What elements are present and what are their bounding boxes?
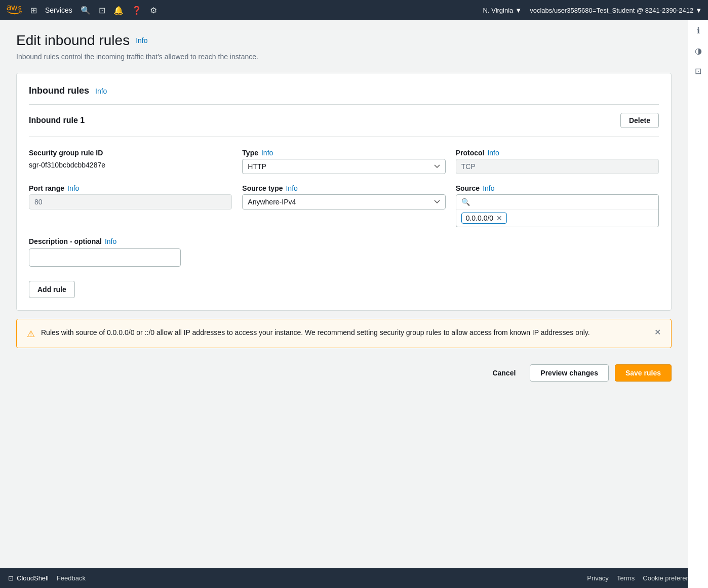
source-type-info-link[interactable]: Info [286,184,297,192]
terminal-sidebar-icon[interactable]: ⊡ [692,65,704,77]
delete-button[interactable]: Delete [620,113,659,128]
warning-icon: ⚠ [27,328,35,340]
bottom-right-links: Privacy Terms Cookie preferences [587,574,700,582]
type-info-link[interactable]: Info [261,149,273,157]
rule-row-2: Port range Info 80 Source type Info Anyw… [29,184,659,227]
inbound-rule-1: Inbound rule 1 Delete Security group rul… [29,113,659,267]
grid-icon[interactable]: ⊞ [30,6,37,15]
cloudshell-icon: ⊡ [8,574,14,582]
terminal-icon[interactable]: ⊡ [99,6,105,15]
source-type-select[interactable]: Anywhere-IPv4 Anywhere-IPv6 Custom My IP [242,194,445,209]
rule-row-1: Security group rule ID sgr-0f310bcbdcbb4… [29,149,659,174]
source-type-label: Source type Info [242,184,445,192]
bottom-bar: ⊡ CloudShell Feedback Privacy Terms Cook… [0,568,708,588]
services-label[interactable]: Services [45,6,72,14]
bell-icon[interactable]: 🔔 [113,6,124,15]
protocol-field: Protocol Info TCP [456,149,659,174]
source-info-link[interactable]: Info [483,184,494,192]
source-chip: 0.0.0.0/0 ✕ [461,213,507,224]
warning-text: Rules with source of 0.0.0.0/0 or ::/0 a… [41,327,648,338]
type-field: Type Info HTTP HTTPS SSH RDP Custom TCP [242,149,445,174]
source-field: Source Info 🔍 0.0.0.0/0 ✕ [456,184,659,227]
history-sidebar-icon[interactable]: ◑ [692,45,704,57]
source-search: 🔍 [456,195,658,209]
save-rules-button[interactable]: Save rules [615,364,672,382]
type-label: Type Info [242,149,445,157]
help-icon[interactable]: ❓ [132,6,142,15]
source-input-container: 🔍 0.0.0.0/0 ✕ [456,194,659,227]
warning-close-button[interactable]: ✕ [654,327,661,337]
top-nav: ⊞ Services 🔍 ⊡ 🔔 ❓ ⚙ N. Virginia ▼ vocla… [0,0,708,20]
description-row: Description - optional Info [29,237,659,267]
search-icon[interactable]: 🔍 [81,6,91,15]
source-label: Source Info [456,184,659,192]
card-header: Inbound rules Info [29,86,659,105]
port-range-label: Port range Info [29,184,232,192]
protocol-info-link[interactable]: Info [487,149,499,157]
protocol-value: TCP [456,159,659,174]
inbound-rules-card: Inbound rules Info Inbound rule 1 Delete… [16,73,672,311]
card-info-link[interactable]: Info [95,87,107,95]
page-info-link[interactable]: Info [136,36,147,45]
source-chip-remove[interactable]: ✕ [496,215,502,222]
source-chip-value: 0.0.0.0/0 [466,214,494,222]
aws-logo[interactable] [6,5,22,15]
type-select[interactable]: HTTP HTTPS SSH RDP Custom TCP [242,159,445,174]
page-title: Edit inbound rules Info [16,32,672,49]
description-info-link[interactable]: Info [105,237,116,245]
port-range-value: 80 [29,194,232,209]
feedback-link[interactable]: Feedback [57,574,86,582]
region-selector[interactable]: N. Virginia ▼ [483,7,522,14]
source-chip-area: 0.0.0.0/0 ✕ [456,209,658,227]
settings-icon[interactable]: ⚙ [150,6,157,15]
source-search-icon: 🔍 [461,198,470,206]
cancel-button[interactable]: Cancel [484,365,524,381]
cloudshell-button[interactable]: ⊡ CloudShell [8,574,49,582]
port-range-info-link[interactable]: Info [67,184,79,192]
rule-title: Inbound rule 1 [29,116,85,125]
cloudshell-label: CloudShell [17,574,49,582]
warning-banner: ⚠ Rules with source of 0.0.0.0/0 or ::/0… [16,319,672,348]
source-search-input[interactable] [473,198,653,206]
security-group-rule-id-label: Security group rule ID [29,149,232,157]
source-type-field: Source type Info Anywhere-IPv4 Anywhere-… [242,184,445,227]
rule-header: Inbound rule 1 Delete [29,113,659,137]
description-label: Description - optional Info [29,237,659,245]
privacy-link[interactable]: Privacy [587,574,609,582]
description-input[interactable] [29,248,181,267]
add-rule-button[interactable]: Add rule [29,281,75,298]
protocol-label: Protocol Info [456,149,659,157]
page-subtitle: Inbound rules control the incoming traff… [16,53,672,61]
user-menu[interactable]: voclabs/user3585680=Test_Student @ 8241-… [530,7,702,14]
preview-changes-button[interactable]: Preview changes [530,364,609,382]
port-range-field: Port range Info 80 [29,184,232,227]
right-sidebar: ℹ ◑ ⊡ [688,20,708,588]
security-group-rule-id-field: Security group rule ID sgr-0f310bcbdcbb4… [29,149,232,174]
action-bar: Cancel Preview changes Save rules [16,356,672,390]
terms-link[interactable]: Terms [617,574,635,582]
main-content: Edit inbound rules Info Inbound rules co… [0,20,688,568]
security-group-rule-id-value: sgr-0f310bcbdcbb4287e [29,159,232,171]
info-sidebar-icon[interactable]: ℹ [692,24,704,36]
